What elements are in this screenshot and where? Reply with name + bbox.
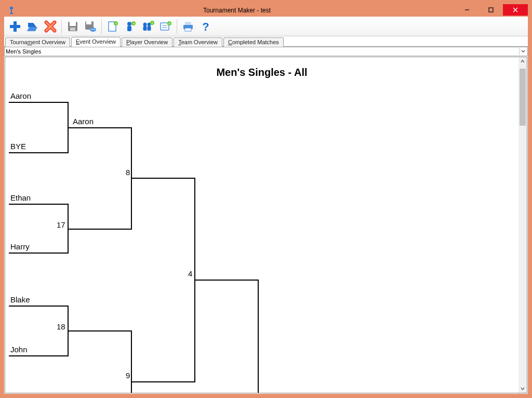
bracket-line: [9, 152, 69, 153]
svg-rect-30: [148, 26, 151, 31]
bracket-line: [9, 355, 69, 356]
svg-rect-8: [10, 25, 20, 28]
svg-rect-13: [70, 28, 75, 31]
match-score: 18: [57, 322, 65, 331]
window-buttons: [455, 4, 528, 17]
close-button[interactable]: [503, 4, 528, 16]
bracket-line: [9, 204, 69, 205]
player-label: Blake: [10, 295, 30, 304]
bracket-canvas[interactable]: Men's Singles - All Aaron BYE Ethan 17 H…: [5, 57, 518, 393]
player-label: Ethan: [10, 193, 31, 202]
toolbar-separator: [61, 19, 62, 34]
save-as-button[interactable]: [82, 18, 99, 35]
svg-point-19: [94, 29, 95, 30]
bracket-line: [9, 102, 69, 103]
bracket-line: [258, 280, 259, 393]
new-match-button[interactable]: +: [157, 18, 175, 35]
player-label: Harry: [10, 242, 30, 251]
delete-button[interactable]: [42, 18, 59, 35]
scroll-down-icon[interactable]: [518, 384, 527, 393]
tab-event-overview[interactable]: Event Overview: [71, 37, 121, 47]
player-label: Aaron: [73, 117, 94, 126]
tab-player-overview[interactable]: Player Overview: [122, 37, 172, 47]
bracket-line: [131, 330, 132, 393]
chevron-down-icon: [519, 48, 526, 55]
print-button[interactable]: [179, 18, 197, 35]
svg-rect-15: [86, 21, 91, 24]
svg-marker-9: [28, 23, 36, 27]
player-label: John: [10, 345, 28, 354]
scroll-thumb[interactable]: [520, 69, 526, 126]
event-dropdown-label: Men's Singles: [6, 48, 519, 55]
svg-text:+: +: [132, 22, 135, 25]
svg-rect-12: [70, 22, 76, 26]
svg-rect-40: [185, 28, 191, 31]
bracket-title: Men's Singles - All: [5, 67, 518, 78]
match-score: 4: [188, 269, 192, 278]
open-button[interactable]: [24, 18, 42, 35]
match-score: 8: [126, 168, 130, 177]
svg-rect-28: [143, 26, 147, 31]
bracket-line: [69, 127, 132, 128]
svg-rect-38: [185, 22, 191, 25]
svg-text:+: +: [115, 22, 117, 25]
event-dropdown[interactable]: Men's Singles: [4, 47, 528, 56]
window-title: Tournament Maker - test: [19, 7, 455, 14]
maximize-button[interactable]: [479, 4, 503, 16]
bracket-line: [132, 381, 195, 382]
scroll-track[interactable]: [518, 65, 527, 384]
app-icon: [7, 6, 16, 15]
app-window: Tournament Maker - test: [4, 4, 528, 394]
vertical-scrollbar[interactable]: [518, 57, 527, 393]
titlebar: Tournament Maker - test: [4, 4, 528, 17]
bracket-line: [9, 253, 69, 254]
svg-point-27: [143, 22, 147, 26]
new-event-button[interactable]: +: [104, 18, 122, 35]
toolbar: + + + + ?: [4, 17, 528, 36]
svg-marker-10: [27, 27, 37, 31]
tab-bar: Tournament Overview Event Overview Playe…: [4, 36, 528, 47]
svg-rect-4: [489, 8, 493, 12]
bracket-line: [9, 306, 69, 307]
bracket-area: Men's Singles - All Aaron BYE Ethan 17 H…: [5, 57, 527, 393]
svg-point-18: [92, 29, 94, 30]
player-label: Aaron: [10, 91, 31, 100]
svg-rect-24: [127, 26, 131, 31]
help-button[interactable]: ?: [197, 18, 215, 35]
tab-team-overview[interactable]: Team Overview: [174, 37, 222, 47]
bracket-line: [69, 330, 132, 331]
new-button[interactable]: [6, 18, 24, 35]
svg-point-23: [127, 22, 131, 26]
svg-text:+: +: [168, 22, 170, 25]
add-team-button[interactable]: +: [139, 18, 157, 35]
tab-tournament-overview[interactable]: Tournament Overview: [5, 37, 70, 47]
toolbar-separator: [177, 19, 177, 34]
toolbar-separator: [101, 19, 102, 34]
bracket-line: [132, 178, 195, 179]
player-label: BYE: [10, 142, 26, 151]
add-player-button[interactable]: +: [122, 18, 139, 35]
tab-completed-matches[interactable]: Completed Matches: [223, 37, 284, 47]
svg-text:?: ?: [202, 20, 209, 33]
save-button[interactable]: [64, 18, 82, 35]
match-score: 9: [126, 371, 130, 380]
svg-rect-1: [11, 9, 12, 14]
svg-rect-2: [10, 13, 13, 14]
match-score: 17: [57, 220, 65, 229]
scroll-up-icon[interactable]: [518, 57, 527, 65]
svg-text:+: +: [151, 21, 153, 25]
svg-point-17: [91, 29, 92, 30]
bracket-line: [195, 280, 259, 281]
bracket-line: [69, 229, 132, 230]
minimize-button[interactable]: [455, 4, 479, 16]
